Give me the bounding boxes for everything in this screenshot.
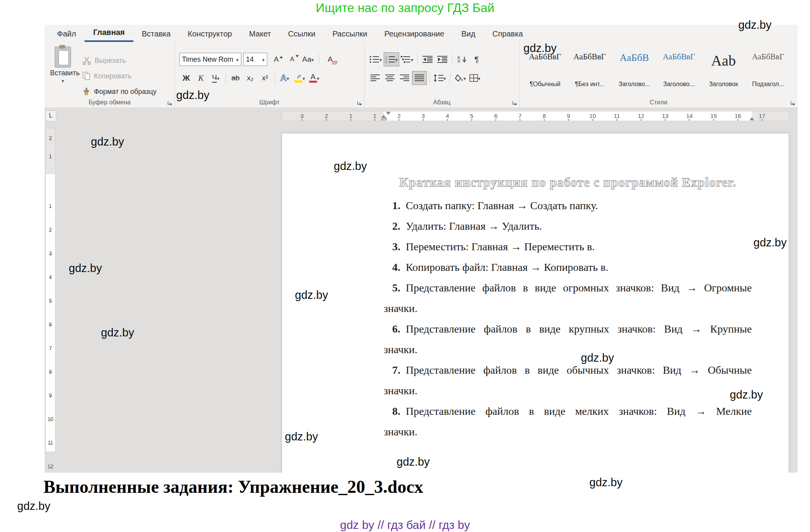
- styles-dialog-launcher[interactable]: [790, 100, 796, 106]
- tab-stop-selector[interactable]: [45, 111, 56, 121]
- ribbon-tab[interactable]: Конструктор: [179, 26, 241, 42]
- cut-button[interactable]: Вырезать: [80, 53, 159, 68]
- document-page[interactable]: Краткая инструкция по работе с программо…: [282, 133, 789, 473]
- paste-button[interactable]: Вставить: [50, 45, 76, 96]
- ruler-number: 7: [46, 336, 55, 360]
- style-label: ¶Обычный: [530, 81, 560, 88]
- list-item-line: 2.Удалить: Главная → Удалить.: [384, 216, 752, 236]
- chevron-down-icon[interactable]: [395, 55, 398, 64]
- watermark: gdz.by: [753, 236, 786, 249]
- watermark: gdz.by: [91, 135, 124, 148]
- ruler-number: 10: [581, 111, 605, 121]
- chevron-down-icon[interactable]: [236, 55, 239, 64]
- underline-button[interactable]: Ч: [209, 71, 223, 85]
- chevron-down-icon[interactable]: [62, 77, 64, 84]
- justify-button[interactable]: [412, 71, 426, 85]
- decrease-indent-button[interactable]: [421, 53, 434, 66]
- list-item-text: Представление файлов в виде мелких значк…: [406, 405, 752, 417]
- text-effects-button[interactable]: А: [278, 71, 292, 85]
- sort-button[interactable]: АЯ: [455, 53, 469, 66]
- style-card[interactable]: АаБбВвГ ¶Без инт...: [568, 47, 611, 90]
- ribbon-tab[interactable]: Справка: [484, 26, 531, 42]
- first-line-indent-marker[interactable]: [386, 112, 391, 115]
- ruler-number: 1: [46, 147, 55, 166]
- show-marks-button[interactable]: ¶: [470, 53, 484, 66]
- borders-button[interactable]: [468, 71, 482, 85]
- style-card[interactable]: Аab Заголовок: [702, 47, 745, 90]
- format-painter-button[interactable]: Формат по образцу: [80, 84, 159, 99]
- grow-font-button[interactable]: А: [269, 53, 283, 66]
- ruler-number: 12: [46, 455, 55, 473]
- hanging-indent-marker[interactable]: [381, 118, 387, 120]
- eraser-icon: [332, 61, 338, 64]
- chevron-down-icon[interactable]: [379, 55, 382, 64]
- ribbon-tab[interactable]: Вид: [453, 26, 484, 42]
- subscript-button[interactable]: х₂: [243, 71, 257, 85]
- bold-button[interactable]: Ж: [179, 71, 193, 85]
- list-item-number: 4.: [392, 261, 400, 273]
- bullets-button[interactable]: [368, 53, 383, 66]
- line-spacing-icon: [433, 74, 443, 82]
- chevron-down-icon[interactable]: [478, 74, 481, 82]
- line-spacing-button[interactable]: [432, 71, 447, 85]
- ribbon-body: Вставить Вырезать: [45, 42, 798, 107]
- word-window: Файл Главная Вставка Конструктор Макет С…: [45, 25, 798, 473]
- font-family-select[interactable]: Times New Rom: [179, 53, 241, 66]
- watermark: gdz.by: [589, 476, 622, 489]
- copy-button[interactable]: Копировать: [80, 68, 159, 84]
- paragraph-dialog-launcher[interactable]: [512, 100, 518, 106]
- style-card[interactable]: АаБбВ Заголово...: [613, 47, 656, 90]
- style-card[interactable]: АаБбВвГ Заголово...: [657, 47, 701, 90]
- grow-font-glyph: А: [274, 55, 279, 64]
- numbering-button[interactable]: 123: [384, 53, 399, 66]
- right-indent-marker[interactable]: [749, 117, 754, 120]
- paste-label: Вставить: [50, 69, 76, 77]
- chevron-down-icon[interactable]: [311, 55, 314, 64]
- chevron-down-icon[interactable]: [443, 74, 446, 82]
- horizontal-ruler: 321 1234567891011121314151617: [282, 111, 789, 121]
- strikethrough-button[interactable]: ab: [228, 71, 242, 85]
- chevron-down-icon[interactable]: [287, 74, 289, 82]
- align-right-button[interactable]: [398, 71, 412, 85]
- font-size-select[interactable]: 14: [243, 53, 267, 66]
- shrink-font-button[interactable]: А: [285, 53, 299, 66]
- list-item: 3.Переместить: Главная → Переместить в.: [384, 236, 752, 257]
- ribbon-tab[interactable]: Файл: [48, 26, 85, 42]
- ribbon-tab[interactable]: Рассылки: [324, 26, 376, 42]
- ruler-number: 10: [46, 407, 55, 431]
- style-card[interactable]: АаБбВвГ Подзагол...: [746, 47, 790, 90]
- watermark: gdz.by: [334, 160, 367, 173]
- highlight-button[interactable]: [292, 71, 306, 85]
- font-color-button[interactable]: А: [307, 71, 321, 85]
- clipboard-dialog-launcher[interactable]: [167, 100, 173, 106]
- ribbon-tab[interactable]: Вставка: [133, 26, 179, 42]
- chevron-down-icon[interactable]: [317, 74, 320, 82]
- ribbon: Файл Главная Вставка Конструктор Макет С…: [45, 25, 798, 108]
- chevron-down-icon[interactable]: [262, 55, 265, 64]
- ruler-number: 11: [605, 111, 629, 121]
- format-painter-icon: [83, 87, 90, 96]
- clear-formatting-button[interactable]: А: [323, 53, 337, 66]
- chevron-down-icon[interactable]: [464, 74, 466, 82]
- align-center-button[interactable]: [383, 71, 397, 85]
- ribbon-tab[interactable]: Главная: [85, 25, 133, 42]
- watermark: gdz.by: [581, 352, 614, 364]
- ribbon-tab[interactable]: Макет: [241, 26, 280, 42]
- numbered-list-icon: 123: [385, 55, 395, 63]
- italic-button[interactable]: К: [194, 71, 208, 85]
- chevron-down-icon[interactable]: [411, 55, 414, 64]
- multilevel-list-button[interactable]: [400, 53, 415, 66]
- align-left-button[interactable]: [368, 71, 382, 85]
- shading-button[interactable]: [453, 71, 467, 85]
- list-item-text: Переместить: Главная → Переместить в.: [406, 241, 595, 253]
- increase-indent-button[interactable]: [435, 53, 449, 66]
- paragraph-group: 123: [364, 42, 520, 107]
- ribbon-tab[interactable]: Ссылки: [280, 26, 324, 42]
- superscript-button[interactable]: х²: [258, 71, 272, 85]
- chevron-down-icon[interactable]: [217, 74, 220, 82]
- font-dialog-launcher[interactable]: [357, 100, 362, 106]
- ribbon-tab[interactable]: Рецензирование: [376, 26, 453, 42]
- list-item-number: 7.: [392, 364, 400, 376]
- chevron-down-icon[interactable]: [303, 74, 305, 82]
- change-case-button[interactable]: Аа: [301, 53, 315, 66]
